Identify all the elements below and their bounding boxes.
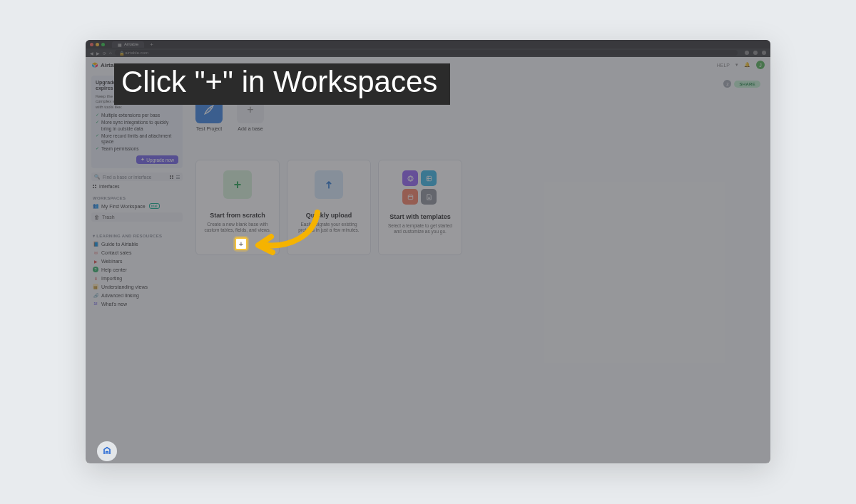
workspace-icon: 👥 [93, 203, 99, 209]
sidebar-search[interactable]: 🔍 Find a base or interface [91, 173, 183, 181]
card-desc: Easily migrate your existing projects in… [293, 222, 365, 234]
sidebar-item-workspace[interactable]: 👥 My First Workspace trial [91, 202, 183, 210]
lock-icon: 🔒 [119, 51, 124, 56]
list-view-icon[interactable] [176, 175, 180, 179]
main-pane: 👥 My First Workspace ▾ ✓ Pro trial 14 da… [185, 73, 770, 463]
grid-view-icon[interactable] [170, 175, 173, 179]
share-button[interactable]: SHARE [734, 81, 760, 88]
learning-item-linking[interactable]: 🔗Advanced linking [91, 291, 183, 299]
card-quickly-upload[interactable]: Quickly upload Easily migrate your exist… [287, 160, 371, 255]
learning-item-webinars[interactable]: ▶Webinars [91, 257, 183, 265]
tab-favicon: ▦ [118, 42, 122, 47]
promo-bullet: More sync integrations to quickly bring … [96, 120, 178, 131]
ext-icon[interactable] [745, 51, 749, 55]
new-tab-button[interactable]: + [150, 41, 153, 48]
browser-tab[interactable]: ▦ Airtable [112, 41, 144, 48]
learning-item-whats-new[interactable]: 1!What's new [91, 299, 183, 308]
card-start-with-templates[interactable]: Start with templates Select a template t… [378, 160, 462, 255]
upload-arrow-icon [315, 170, 343, 199]
profile-icon[interactable] [762, 51, 766, 55]
notifications-icon[interactable]: 🔔 [744, 62, 750, 68]
base-label: Test Project [196, 126, 223, 131]
search-placeholder: Find a base or interface [103, 175, 151, 180]
sidebar-trash[interactable]: 🗑 Trash [91, 212, 183, 222]
window-controls[interactable] [90, 43, 105, 46]
learning-item-contact-sales[interactable]: ✉Contact sales [91, 248, 183, 257]
member-count-badge[interactable]: 2 [723, 80, 731, 88]
callout-text: Click "+" in Workspaces [121, 65, 437, 98]
search-icon: 🔍 [94, 174, 100, 180]
add-workspace-button[interactable]: + [235, 237, 248, 250]
svg-point-3 [210, 108, 212, 109]
card-title: Start with templates [389, 213, 451, 220]
promo-feature-list: Multiple extensions per base More sync i… [96, 113, 178, 152]
templates-grid-icon [402, 170, 438, 206]
maximize-window-icon[interactable] [101, 43, 105, 46]
help-chevron-icon: ▾ [735, 62, 738, 68]
plus-icon: + [239, 240, 243, 248]
collapse-chevron-icon: ▾ [93, 234, 95, 238]
add-base-label: Add a base [238, 126, 263, 131]
svg-rect-6 [408, 195, 412, 199]
address-text: airtable.com [125, 51, 148, 55]
airtable-logo-icon [91, 61, 98, 68]
browser-toolbar: ◀ ▶ ⟳ ⌂ 🔒 airtable.com [86, 48, 770, 57]
workspaces-heading: WORKSPACES [93, 196, 183, 200]
sidebar: Upgrade to Pro before your trial expires… [86, 73, 185, 463]
create-option-cards: + Start from scratch Create a new blank … [195, 160, 760, 255]
app-body: Upgrade to Pro before your trial expires… [86, 73, 770, 463]
learning-heading-text: LEARNING AND RESOURCES [96, 234, 162, 238]
plus-icon: + [223, 170, 252, 199]
learning-item-guide[interactable]: 📘Guide to Airtable [91, 240, 183, 248]
workspace-trial-badge: trial [149, 203, 160, 209]
browser-tab-strip: ▦ Airtable + [86, 40, 770, 48]
card-desc: Create a new blank base with custom tabl… [202, 222, 273, 234]
trash-icon: 🗑 [94, 215, 99, 220]
promo-bullet: Team permissions [96, 146, 178, 152]
user-avatar[interactable]: J [756, 61, 765, 69]
tab-label: Airtable [124, 42, 138, 46]
instruction-callout: Click "+" in Workspaces [114, 63, 450, 105]
card-desc: Select a template to get started and cus… [384, 223, 456, 235]
learning-heading[interactable]: ▾ LEARNING AND RESOURCES [93, 233, 183, 238]
browser-extensions [745, 51, 766, 55]
sidebar-interfaces[interactable]: Interfaces [91, 181, 183, 192]
avatar-initial: J [759, 63, 762, 68]
trash-label: Trash [102, 215, 115, 220]
card-title: Start from scratch [210, 212, 265, 219]
app-root: Airtable Bases Templates Marketplace Uni… [86, 57, 770, 463]
promo-bullet: Multiple extensions per base [96, 113, 178, 118]
interfaces-label: Interfaces [99, 184, 120, 189]
close-window-icon[interactable] [90, 43, 93, 46]
workspace-name: My First Workspace [101, 204, 146, 209]
help-link[interactable]: HELP [717, 63, 730, 68]
learning-item-views[interactable]: ▦Understanding views [91, 282, 183, 291]
upgrade-label: Upgrade now [146, 158, 174, 163]
learning-item-help-center[interactable]: ?Help center [91, 265, 183, 274]
promo-bullet: More record limits and attachment space [96, 133, 178, 145]
sparkle-icon: ✦ [141, 157, 145, 163]
upgrade-now-button[interactable]: ✦ Upgrade now [136, 155, 178, 164]
card-title: Quickly upload [306, 212, 352, 219]
home-icon[interactable]: ⌂ [109, 51, 112, 55]
back-icon[interactable]: ◀ [90, 51, 93, 56]
address-bar[interactable]: 🔒 airtable.com [115, 50, 738, 56]
header-right: HELP ▾ 🔔 J [717, 61, 765, 69]
forward-icon[interactable]: ▶ [96, 51, 100, 56]
ext-icon[interactable] [753, 51, 758, 55]
reload-icon[interactable]: ⟳ [103, 51, 106, 56]
learning-resources-list: 📘Guide to Airtable ✉Contact sales ▶Webin… [91, 240, 183, 308]
watermark-logo [97, 441, 117, 461]
minimize-window-icon[interactable] [96, 43, 99, 46]
svg-point-4 [407, 175, 412, 180]
learning-item-importing[interactable]: ⬇Importing [91, 274, 183, 282]
interfaces-icon [93, 185, 96, 188]
